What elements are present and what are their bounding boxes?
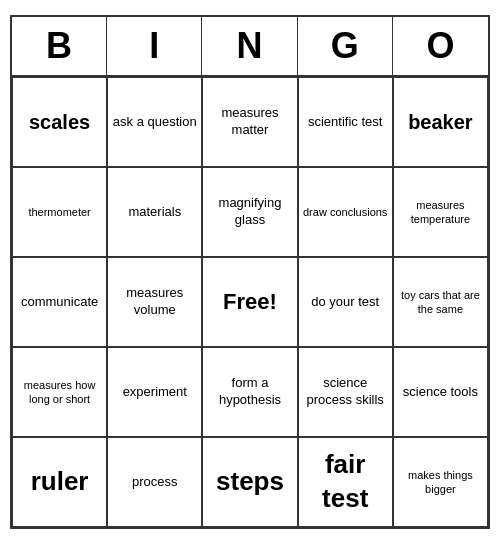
bingo-cell: do your test	[298, 257, 393, 347]
header-letter: O	[393, 17, 488, 75]
bingo-cell: fair test	[298, 437, 393, 527]
bingo-cell: ask a question	[107, 77, 202, 167]
bingo-cell: draw conclusions	[298, 167, 393, 257]
bingo-card: BINGO scalesask a questionmeasures matte…	[10, 15, 490, 529]
bingo-cell: measures how long or short	[12, 347, 107, 437]
header-letter: B	[12, 17, 107, 75]
bingo-cell: science process skills	[298, 347, 393, 437]
bingo-cell: experiment	[107, 347, 202, 437]
bingo-cell: scales	[12, 77, 107, 167]
header-letter: I	[107, 17, 202, 75]
bingo-cell: makes things bigger	[393, 437, 488, 527]
bingo-cell: measures temperature	[393, 167, 488, 257]
bingo-cell: magnifying glass	[202, 167, 297, 257]
bingo-grid: scalesask a questionmeasures matterscien…	[12, 77, 488, 527]
bingo-cell: measures matter	[202, 77, 297, 167]
bingo-cell: ruler	[12, 437, 107, 527]
bingo-cell: steps	[202, 437, 297, 527]
bingo-cell: materials	[107, 167, 202, 257]
bingo-cell: measures volume	[107, 257, 202, 347]
bingo-cell: process	[107, 437, 202, 527]
bingo-cell: toy cars that are the same	[393, 257, 488, 347]
bingo-header: BINGO	[12, 17, 488, 77]
bingo-cell: Free!	[202, 257, 297, 347]
bingo-cell: thermometer	[12, 167, 107, 257]
bingo-cell: science tools	[393, 347, 488, 437]
bingo-cell: form a hypothesis	[202, 347, 297, 437]
header-letter: G	[298, 17, 393, 75]
bingo-cell: beaker	[393, 77, 488, 167]
bingo-cell: scientific test	[298, 77, 393, 167]
bingo-cell: communicate	[12, 257, 107, 347]
header-letter: N	[202, 17, 297, 75]
